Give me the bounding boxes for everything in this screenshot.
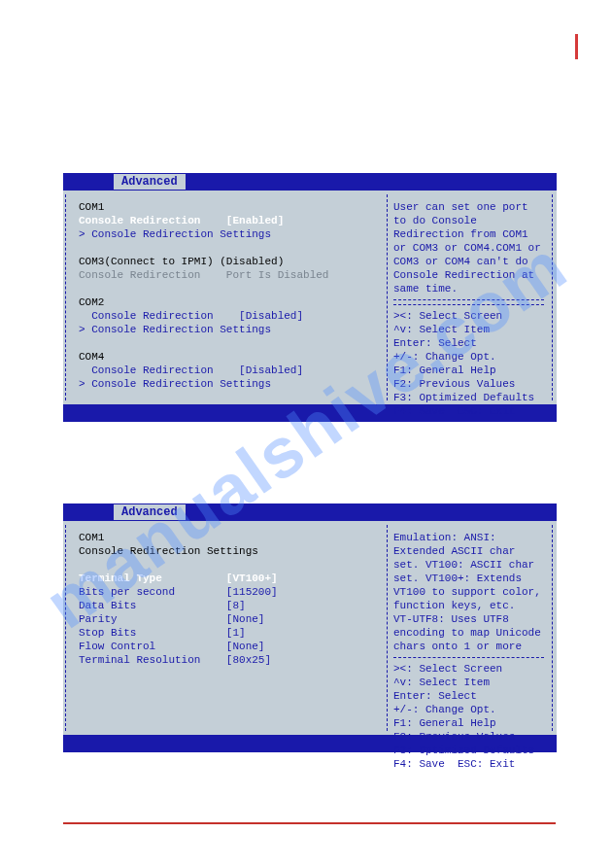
key-hint: F3: Optimized Defaults (393, 744, 544, 757)
help-text: User can set one port (393, 200, 544, 214)
com2-console-redirection[interactable]: Console Redirection [Disabled] (79, 309, 383, 323)
key-hint: +/-: Change Opt. (393, 703, 544, 716)
com3-console-redirection: Console Redirection Port Is Disabled (79, 268, 383, 282)
key-hint: Enter: Select (393, 689, 544, 703)
key-hint: F3: Optimized Defaults (393, 391, 544, 404)
terminal-type[interactable]: Terminal Type [VT100+] (79, 572, 383, 585)
key-hint: ><: Select Screen (393, 309, 544, 323)
tab-advanced[interactable]: Advanced (114, 504, 186, 520)
terminal-resolution[interactable]: Terminal Resolution [80x25] (79, 653, 383, 667)
key-hint: F1: General Help (393, 364, 544, 377)
settings-column: COM1 Console Redirection [Enabled] > Con… (67, 194, 388, 400)
help-text: function keys, etc. (393, 599, 544, 612)
flow-control[interactable]: Flow Control [None] (79, 640, 383, 653)
com4-header: COM4 (79, 350, 383, 364)
com4-redirection-settings[interactable]: > Console Redirection Settings (79, 377, 383, 391)
com1-header: COM1 (79, 200, 383, 214)
page-marker (575, 34, 578, 59)
help-text: COM3 or COM4 can't do (393, 255, 544, 268)
stop-bits[interactable]: Stop Bits [1] (79, 626, 383, 640)
help-text: Extended ASCII char (393, 544, 544, 558)
com4-console-redirection[interactable]: Console Redirection [Disabled] (79, 364, 383, 377)
com2-redirection-settings[interactable]: > Console Redirection Settings (79, 323, 383, 336)
bits-per-second[interactable]: Bits per second [115200] (79, 585, 383, 599)
data-bits[interactable]: Data Bits [8] (79, 599, 383, 612)
com3-header: COM3(Connect to IPMI) (Disabled) (79, 255, 383, 268)
help-text: VT100 to support color, (393, 585, 544, 599)
help-text: set. VT100: ASCII char (393, 558, 544, 572)
parity[interactable]: Parity [None] (79, 612, 383, 626)
panel-titlebar: Advanced (63, 503, 557, 521)
help-column: User can set one port to do Console Redi… (388, 194, 553, 400)
key-hint: ^v: Select Item (393, 323, 544, 336)
key-hint: +/-: Change Opt. (393, 350, 544, 364)
help-text: set. VT100+: Extends (393, 572, 544, 585)
panel-titlebar: Advanced (63, 173, 557, 191)
settings-column: COM1 Console Redirection Settings Termin… (67, 525, 388, 731)
help-text: chars onto 1 or more (393, 640, 544, 653)
bios-panel-serial-redirection: Advanced COM1 Console Redirection [Enabl… (63, 173, 557, 422)
help-text: Redirection from COM1 (393, 227, 544, 241)
help-text: to do Console (393, 214, 544, 227)
bios-panel-terminal-settings: Advanced COM1 Console Redirection Settin… (63, 503, 557, 752)
key-hint: ><: Select Screen (393, 662, 544, 676)
key-hint: ^v: Select Item (393, 676, 544, 689)
key-hint: F4: Save ESC: Exit (393, 404, 544, 418)
key-hint: Enter: Select (393, 336, 544, 350)
key-hint: F4: Save ESC: Exit (393, 757, 544, 771)
com1-console-redirection[interactable]: Console Redirection [Enabled] (79, 214, 383, 227)
com1-redirection-settings[interactable]: > Console Redirection Settings (79, 227, 383, 241)
help-text: Console Redirection at (393, 268, 544, 282)
help-text: encoding to map Unicode (393, 626, 544, 640)
help-column: Emulation: ANSI: Extended ASCII char set… (388, 525, 553, 731)
help-text: same time. (393, 282, 544, 295)
footer-divider (63, 822, 556, 824)
help-text: Emulation: ANSI: (393, 531, 544, 544)
settings-subheader: Console Redirection Settings (79, 544, 383, 558)
key-hint: F2: Previous Values (393, 377, 544, 391)
help-text: VT-UTF8: Uses UTF8 (393, 612, 544, 626)
key-hint: F1: General Help (393, 716, 544, 730)
tab-advanced[interactable]: Advanced (114, 174, 186, 190)
com1-header: COM1 (79, 531, 383, 544)
help-text: F2: Previous Values (393, 730, 544, 744)
help-text: or COM3 or COM4.COM1 or (393, 241, 544, 255)
com2-header: COM2 (79, 295, 383, 309)
